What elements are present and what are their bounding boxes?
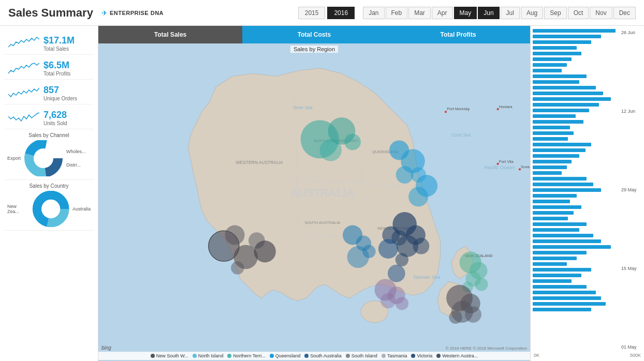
- channel-title: Sales by Channel: [7, 132, 91, 138]
- bar-row: [533, 125, 617, 130]
- bar-row: [533, 147, 617, 153]
- month-tab-Oct[interactable]: Oct: [568, 7, 589, 19]
- svg-text:Coral Sea: Coral Sea: [451, 132, 471, 138]
- tab-profits[interactable]: Total Profits: [386, 26, 530, 43]
- bar-fill: [533, 35, 601, 38]
- svg-point-3: [36, 151, 51, 166]
- bar-fill: [533, 166, 567, 169]
- bar-fill: [533, 205, 581, 209]
- svg-text:Tasman Sea: Tasman Sea: [413, 274, 441, 280]
- bar-fill: [533, 143, 591, 146]
- bar-row: [533, 28, 617, 33]
- bar-fill: [533, 40, 591, 44]
- month-tab-Jun[interactable]: Jun: [478, 7, 499, 19]
- country-title: Sales by Country: [7, 183, 91, 189]
- channel-donut-container: Export Wholes... Distri...: [7, 140, 91, 176]
- bar-row: [533, 278, 617, 283]
- bar-date-label: 01 May: [621, 344, 642, 350]
- bar-axis: 0K500K: [533, 352, 642, 359]
- month-tab-Feb[interactable]: Feb: [386, 7, 408, 19]
- page-title: Sales Summary: [8, 6, 93, 20]
- bing-logo: bing: [101, 345, 111, 351]
- bar-row: [533, 153, 617, 158]
- legend-label: North Island: [198, 353, 224, 358]
- month-tab-Sep[interactable]: Sep: [544, 7, 566, 19]
- bar-fill: [533, 291, 596, 294]
- svg-point-54: [396, 253, 408, 266]
- legend-item: Northern Terri...: [227, 353, 265, 358]
- legend-item: South Australia: [304, 353, 342, 358]
- map-area: Sales by Region WESTERN AUSTRALI: [98, 43, 530, 361]
- bar-date-label: 12 Jun: [621, 109, 642, 114]
- bar-fill: [533, 171, 562, 175]
- svg-point-41: [328, 117, 355, 145]
- bar-fill: [533, 126, 570, 129]
- bar-fill: [533, 200, 570, 203]
- sparkline-1: [8, 59, 39, 77]
- svg-point-52: [413, 238, 430, 254]
- month-tab-Jan[interactable]: Jan: [363, 7, 384, 19]
- bar-fill: [533, 302, 606, 306]
- month-tab-Mar[interactable]: Mar: [408, 7, 431, 19]
- channel-right-labels: Wholes... Distri...: [66, 149, 86, 168]
- map-legend: New South W... North Island Northern Ter…: [98, 352, 530, 360]
- svg-point-63: [380, 293, 396, 309]
- month-tab-Dec[interactable]: Dec: [613, 7, 636, 19]
- bar-row: [533, 233, 617, 238]
- bar-row: [533, 142, 617, 147]
- bar-row: [533, 108, 617, 113]
- metric-value-1: $6.5M: [43, 60, 90, 71]
- channel-left-labels: Export: [7, 156, 21, 161]
- bar-fill: [533, 285, 587, 289]
- bar-fill: [533, 69, 562, 72]
- metric-card-3: 7,628 Units Sold: [4, 104, 94, 129]
- bar-row: [533, 62, 617, 67]
- legend-dot: [151, 354, 155, 358]
- bar-row: [533, 164, 617, 170]
- country-donut-container: New Zea... Australia: [7, 191, 91, 227]
- bar-fill: [533, 109, 589, 112]
- year-tab-2015[interactable]: 2015: [298, 7, 326, 19]
- bar-fill: [533, 177, 587, 180]
- main-content: $17.1M Total Sales $6.5M Total Profits 8…: [0, 26, 644, 361]
- bar-fill: [533, 131, 574, 135]
- map-copyright: © 2016 HERE © 2016 Microsoft Corporation: [446, 346, 527, 351]
- month-tab-Nov[interactable]: Nov: [590, 7, 612, 19]
- bar-fill: [533, 279, 572, 283]
- sales-by-country: Sales by Country New Zea... Australia: [4, 180, 94, 231]
- bar-fill: [533, 274, 581, 277]
- month-tab-Apr[interactable]: Apr: [432, 7, 453, 19]
- bar-fill: [533, 234, 593, 237]
- bar-fill: [533, 46, 577, 50]
- sparkline-0: [8, 34, 39, 52]
- tab-costs[interactable]: Total Costs: [242, 26, 386, 43]
- svg-point-68: [475, 278, 488, 291]
- bar-fill: [533, 239, 601, 243]
- svg-text:Port Vila: Port Vila: [499, 159, 514, 164]
- year-tab-2016[interactable]: 2016: [327, 7, 355, 19]
- month-tab-Aug[interactable]: Aug: [521, 7, 543, 19]
- tab-sales[interactable]: Total Sales: [98, 26, 242, 43]
- month-tab-May[interactable]: May: [454, 7, 477, 19]
- bar-row: [533, 96, 617, 101]
- bar-row: [533, 136, 617, 141]
- bar-fill: [533, 120, 583, 124]
- month-tab-Jul[interactable]: Jul: [501, 7, 520, 19]
- sparkline-2: [8, 84, 39, 102]
- bar-row: [533, 119, 617, 124]
- brand-icon: ✈: [101, 9, 108, 17]
- header: Sales Summary ✈ ENTERPRISE DNA 20152016 …: [0, 0, 644, 26]
- legend-label: South Island: [352, 353, 377, 358]
- bar-row: [533, 261, 617, 266]
- svg-text:Pacific Ocean: Pacific Ocean: [484, 164, 515, 170]
- bar-fill: [533, 97, 611, 101]
- bar-fill: [533, 217, 568, 220]
- bar-fill: [533, 114, 576, 118]
- bar-row: [533, 267, 617, 272]
- sales-by-channel: Sales by Channel Export Wholes... Distri…: [4, 129, 94, 180]
- bar-fill: [533, 188, 601, 192]
- bar-row: [533, 221, 617, 227]
- bar-row: [533, 204, 617, 209]
- bar-row: [533, 79, 617, 84]
- bar-fill: [533, 148, 586, 152]
